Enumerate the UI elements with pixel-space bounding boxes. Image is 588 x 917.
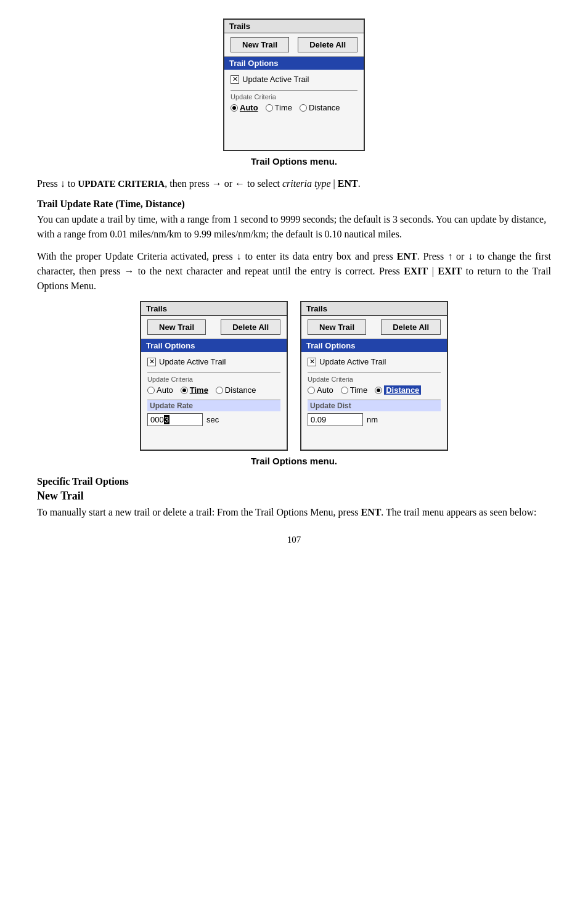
left-radio-row: Auto Time Distance <box>147 385 280 395</box>
right-radio-time-circle <box>341 387 348 394</box>
left-update-rate-label: Update Rate <box>147 400 280 411</box>
left-panel-body: ✕ Update Active Trail Update Criteria Au… <box>141 352 287 450</box>
ent-ref-1: ENT <box>338 178 358 189</box>
left-radio-distance-label: Distance <box>225 385 256 395</box>
right-radio-time-label: Time <box>350 385 367 395</box>
top-radio-time-label: Time <box>275 103 292 112</box>
left-new-trail-btn[interactable]: New Trail <box>147 319 206 335</box>
para4: To manually start a new trail or delete … <box>37 505 551 520</box>
right-radio-auto[interactable]: Auto <box>308 385 333 395</box>
left-radio-auto-label: Auto <box>157 385 173 395</box>
heading1: Trail Update Rate (Time, Distance) <box>37 199 551 210</box>
right-update-rate-section: Update Dist 0.09 nm <box>308 400 441 426</box>
top-radio-distance-label: Distance <box>309 103 340 112</box>
right-radio-distance-circle <box>375 387 382 394</box>
right-radio-distance-label: Distance <box>384 385 421 395</box>
top-delete-all-btn[interactable]: Delete All <box>298 37 357 52</box>
left-checkbox-row: ✕ Update Active Trail <box>147 357 280 366</box>
right-radio-row: Auto Time Distance <box>308 385 441 395</box>
para2: You can update a trail by time, with a r… <box>37 212 551 242</box>
left-checkbox[interactable]: ✕ <box>147 358 156 366</box>
right-update-rate-input[interactable]: 0.09 <box>308 413 363 426</box>
top-trail-panel: Trails New Trail Delete All Trail Option… <box>223 19 365 151</box>
top-radio-auto-circle <box>231 104 238 112</box>
left-radio-time[interactable]: Time <box>181 385 208 395</box>
top-panel-buttons: New Trail Delete All <box>224 33 364 57</box>
criteria-type-italic: criteria type <box>282 178 331 189</box>
left-update-rate-section: Update Rate 0003 sec <box>147 400 280 426</box>
left-criteria-label: Update Criteria <box>147 372 280 383</box>
ent-bold-1: ENT <box>397 251 417 261</box>
right-radio-time[interactable]: Time <box>341 385 367 395</box>
para1: Press ↓ to Update Criteria, then press →… <box>37 176 551 191</box>
right-delete-all-btn[interactable]: Delete All <box>381 319 441 335</box>
left-panel-title: Trails <box>141 302 287 316</box>
right-checkbox-label: Update Active Trail <box>319 357 386 366</box>
top-panel-wrapper: Trails New Trail Delete All Trail Option… <box>37 19 551 151</box>
left-radio-time-label: Time <box>190 385 208 395</box>
left-update-rate-input-row: 0003 sec <box>147 413 280 426</box>
two-panels-wrapper: Trails New Trail Delete All Trail Option… <box>37 301 551 451</box>
right-update-rate-label: Update Dist <box>308 400 441 411</box>
right-panel-body: ✕ Update Active Trail Update Criteria Au… <box>301 352 447 450</box>
top-checkbox[interactable]: ✕ <box>231 75 239 84</box>
section-heading: Specific Trail Options <box>37 476 551 487</box>
top-radio-row: Auto Time Distance <box>231 103 357 112</box>
right-radio-auto-label: Auto <box>317 385 333 395</box>
subsection-heading: New Trail <box>37 490 551 503</box>
right-radio-auto-circle <box>308 387 315 394</box>
top-radio-distance[interactable]: Distance <box>300 103 340 112</box>
right-update-rate-input-row: 0.09 nm <box>308 413 441 426</box>
update-criteria-ref: Update Criteria <box>78 178 165 189</box>
top-radio-distance-circle <box>300 104 307 112</box>
caption2: Trail Options menu. <box>37 456 551 466</box>
exit-bold-1: EXIT <box>404 266 428 276</box>
caption1: Trail Options menu. <box>37 156 551 167</box>
top-section-header: Trail Options <box>224 57 364 70</box>
left-radio-distance-circle <box>216 387 223 394</box>
right-panel-buttons: New Trail Delete All <box>301 316 447 339</box>
right-checkbox[interactable]: ✕ <box>308 358 316 366</box>
left-section-header: Trail Options <box>141 339 287 352</box>
left-radio-auto[interactable]: Auto <box>147 385 173 395</box>
top-radio-auto-label: Auto <box>240 103 258 112</box>
top-radio-time[interactable]: Time <box>266 103 292 112</box>
top-new-trail-btn[interactable]: New Trail <box>231 37 289 52</box>
left-trail-panel: Trails New Trail Delete All Trail Option… <box>140 301 288 451</box>
left-delete-all-btn[interactable]: Delete All <box>221 319 280 335</box>
left-radio-time-circle <box>181 387 188 394</box>
top-criteria-label: Update Criteria <box>231 90 357 101</box>
left-radio-distance[interactable]: Distance <box>216 385 256 395</box>
top-panel-title: Trails <box>224 20 364 33</box>
right-radio-distance[interactable]: Distance <box>375 385 421 395</box>
right-unit-label: nm <box>367 415 378 424</box>
right-checkbox-row: ✕ Update Active Trail <box>308 357 441 366</box>
page-number: 107 <box>37 535 551 545</box>
top-panel-body: ✕ Update Active Trail Update Criteria Au… <box>224 70 364 150</box>
left-unit-label: sec <box>206 415 219 424</box>
left-radio-auto-circle <box>147 387 155 394</box>
left-checkbox-label: Update Active Trail <box>159 357 226 366</box>
right-section-header: Trail Options <box>301 339 447 352</box>
left-update-rate-input[interactable]: 0003 <box>147 413 203 426</box>
left-panel-buttons: New Trail Delete All <box>141 316 287 339</box>
left-rate-value: 000 <box>150 415 164 424</box>
top-checkbox-row: ✕ Update Active Trail <box>231 75 357 84</box>
para3: With the proper Update Criteria activate… <box>37 249 551 294</box>
top-radio-time-circle <box>266 104 273 112</box>
arrow-down-1: ↓ <box>60 178 65 189</box>
left-rate-cursor: 3 <box>164 415 169 424</box>
right-rate-value: 0.09 <box>311 415 326 424</box>
right-empty-area <box>308 426 441 445</box>
right-panel-title: Trails <box>301 302 447 316</box>
right-criteria-label: Update Criteria <box>308 372 441 383</box>
top-checkbox-label: Update Active Trail <box>242 75 309 84</box>
exit-bold-2: EXIT <box>438 266 462 276</box>
top-empty-area <box>231 117 357 145</box>
ent-bold-para4: ENT <box>361 507 381 517</box>
top-radio-auto[interactable]: Auto <box>231 103 258 112</box>
right-new-trail-btn[interactable]: New Trail <box>308 319 366 335</box>
right-trail-panel: Trails New Trail Delete All Trail Option… <box>300 301 448 451</box>
left-empty-area <box>147 426 280 445</box>
